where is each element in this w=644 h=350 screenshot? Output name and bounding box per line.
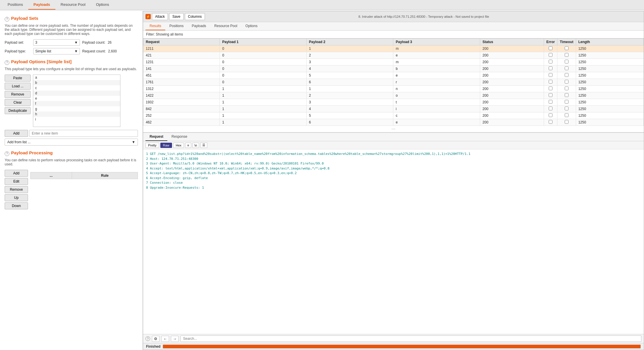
payload-sets-help-icon[interactable]: ?: [5, 17, 9, 22]
save-button[interactable]: Save: [169, 13, 183, 20]
add-item-row: Add: [5, 130, 138, 137]
tab-payloads[interactable]: Payloads: [28, 0, 55, 10]
error-checkbox[interactable]: [549, 113, 552, 117]
search-input[interactable]: [180, 335, 641, 342]
col-payload1[interactable]: Payload 1: [220, 39, 307, 45]
panel-resizer[interactable]: ···: [143, 126, 644, 132]
col-error[interactable]: Error: [544, 39, 557, 45]
payload-options-help-icon[interactable]: ?: [5, 60, 9, 65]
deduplicate-button[interactable]: Deduplicate: [5, 107, 31, 114]
list-item: i: [33, 117, 120, 122]
col-status[interactable]: Status: [480, 39, 544, 45]
remove-button[interactable]: Remove: [5, 91, 31, 98]
table-row[interactable]: 1761 0 6 r 200 1250: [143, 79, 644, 86]
request-count-label: Request count:: [82, 49, 106, 53]
table-row[interactable]: 462 1 6 e 200 1250: [143, 119, 644, 126]
add-from-list-dropdown[interactable]: Add from list ... ▼: [5, 139, 138, 146]
timeout-checkbox[interactable]: [565, 46, 568, 50]
req-tab-response[interactable]: Response: [167, 133, 191, 141]
format-pretty-btn[interactable]: Pretty: [145, 143, 159, 148]
cell-status: 200: [480, 112, 544, 119]
format-raw-btn[interactable]: Raw: [160, 143, 172, 148]
format-newline-icon[interactable]: \n: [192, 143, 199, 148]
table-row[interactable]: 1231 0 3 m 200 1250: [143, 59, 644, 66]
table-row[interactable]: 421 0 2 e 200 1250: [143, 52, 644, 59]
columns-button[interactable]: Columns: [185, 13, 205, 20]
format-hex-btn[interactable]: Hex: [173, 143, 184, 148]
col-payload2[interactable]: Payload 2: [306, 39, 393, 45]
table-row[interactable]: 1932 1 3 t 200 1250: [143, 99, 644, 106]
timeout-checkbox[interactable]: [565, 80, 568, 84]
error-checkbox[interactable]: [549, 93, 552, 97]
tab-options[interactable]: Options: [91, 0, 114, 10]
processing-remove-button[interactable]: Remove: [5, 186, 28, 193]
cell-p2: 4: [306, 106, 393, 112]
table-row[interactable]: 252 1 5 c 200 1250: [143, 112, 644, 119]
table-row[interactable]: 842 1 4 i 200 1250: [143, 106, 644, 112]
error-checkbox[interactable]: [549, 73, 552, 77]
attack-tab-payloads[interactable]: Payloads: [188, 22, 210, 30]
cell-error: [544, 86, 557, 92]
payload-processing-header: ? Payload Processing: [5, 150, 138, 157]
timeout-checkbox[interactable]: [565, 66, 568, 70]
bottom-help-icon[interactable]: ?: [145, 336, 150, 341]
timeout-checkbox[interactable]: [565, 53, 568, 57]
error-checkbox[interactable]: [549, 100, 552, 104]
timeout-checkbox[interactable]: [565, 107, 568, 110]
attack-button[interactable]: Attack: [152, 13, 168, 20]
processing-down-button[interactable]: Down: [5, 202, 28, 209]
payload-set-select[interactable]: 3 ▼: [33, 39, 80, 46]
req-tab-request[interactable]: Request: [145, 133, 167, 141]
timeout-checkbox[interactable]: [565, 93, 568, 97]
payload-list[interactable]: a b c d e f g h i: [33, 75, 120, 127]
error-checkbox[interactable]: [549, 107, 552, 110]
col-timeout[interactable]: Timeout: [557, 39, 576, 45]
nav-prev-button[interactable]: ←: [161, 336, 169, 342]
col-request[interactable]: Request: [143, 39, 220, 45]
processing-up-button[interactable]: Up: [5, 194, 28, 201]
timeout-checkbox[interactable]: [565, 86, 568, 90]
payload-type-select[interactable]: Simple list ▼: [33, 48, 80, 54]
error-checkbox[interactable]: [549, 80, 552, 84]
paste-button[interactable]: Paste: [5, 75, 31, 82]
attack-tab-results[interactable]: Results: [145, 22, 165, 30]
timeout-checkbox[interactable]: [565, 73, 568, 77]
col-payload3[interactable]: Payload 3: [393, 39, 480, 45]
col-length[interactable]: Length: [576, 39, 643, 45]
format-list-icon[interactable]: ≡: [185, 143, 191, 148]
format-menu-icon[interactable]: ☰: [200, 142, 207, 148]
error-checkbox[interactable]: [549, 66, 552, 70]
table-row[interactable]: 1211 0 1 m 200 1250: [143, 45, 644, 52]
attack-tab-options[interactable]: Options: [241, 22, 262, 30]
tab-resource-pool[interactable]: Resource Pool: [55, 0, 91, 10]
error-checkbox[interactable]: [549, 86, 552, 90]
attack-tab-resource-pool[interactable]: Resource Pool: [210, 22, 241, 30]
cell-length: 1250: [576, 92, 643, 99]
settings-icon[interactable]: ⚙: [152, 336, 159, 342]
error-checkbox[interactable]: [549, 60, 552, 63]
timeout-checkbox[interactable]: [565, 120, 568, 124]
add-item-input[interactable]: [29, 130, 138, 137]
add-button[interactable]: Add: [5, 130, 28, 137]
timeout-checkbox[interactable]: [565, 60, 568, 63]
timeout-checkbox[interactable]: [565, 100, 568, 104]
tab-positions[interactable]: Positions: [2, 0, 28, 10]
attack-tab-positions[interactable]: Positions: [165, 22, 188, 30]
table-row[interactable]: 451 0 5 e 200 1250: [143, 72, 644, 79]
error-checkbox[interactable]: [549, 120, 552, 124]
results-table-wrap[interactable]: Request Payload 1 Payload 2 Payload 3 St…: [143, 38, 644, 126]
load-button[interactable]: Load ...: [5, 83, 31, 90]
error-checkbox[interactable]: [549, 46, 552, 50]
table-row[interactable]: 141 0 4 b 200 1250: [143, 66, 644, 72]
cell-request: 1312: [143, 86, 220, 92]
timeout-checkbox[interactable]: [565, 113, 568, 117]
table-row[interactable]: 1422 1 2 o 200 1250: [143, 92, 644, 99]
cell-error: [544, 92, 557, 99]
processing-edit-button[interactable]: Edit: [5, 178, 28, 185]
clear-button[interactable]: Clear: [5, 99, 31, 106]
processing-add-button[interactable]: Add: [5, 170, 28, 177]
payload-processing-help-icon[interactable]: ?: [5, 151, 9, 156]
nav-next-button[interactable]: →: [171, 336, 179, 342]
table-row[interactable]: 1312 1 1 n 200 1250: [143, 86, 644, 92]
error-checkbox[interactable]: [549, 53, 552, 57]
